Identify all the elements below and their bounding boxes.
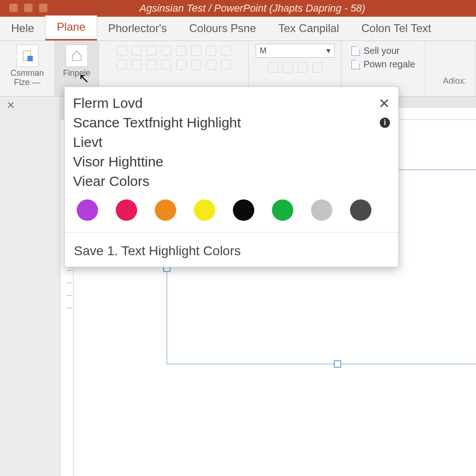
info-icon[interactable]: i: [380, 118, 390, 128]
document-icon: [351, 46, 360, 56]
color-swatch[interactable]: [116, 199, 137, 221]
color-swatch[interactable]: [350, 199, 371, 221]
highlight-popup: Flerm Lovd ✕ Scance Textfnight Highlight…: [64, 86, 399, 267]
tab-colours-psne[interactable]: Colours Psne: [178, 17, 267, 40]
qat-button[interactable]: [9, 4, 18, 12]
qat-button[interactable]: [39, 4, 47, 12]
chevron-down-icon: ▾: [326, 46, 331, 56]
popup-footer[interactable]: Save 1. Text Highlight Colors: [73, 239, 390, 261]
ribbon-link[interactable]: Sell your: [351, 46, 415, 56]
ribbon-tabs: HelePlanePhorlector'sColours PsneTex Can…: [0, 17, 476, 41]
ribbon-group-paste: Csmman Flze —: [0, 41, 55, 96]
group-label: Csmman Flze —: [7, 69, 48, 87]
popup-item[interactable]: Flerm Lovd: [73, 93, 143, 113]
popup-item[interactable]: Viear Colors: [73, 172, 390, 191]
color-swatch[interactable]: [311, 199, 332, 221]
popup-item[interactable]: Visor Highttine: [73, 152, 390, 172]
ribbon-group-end: Adiox:: [425, 41, 476, 96]
color-swatch[interactable]: [272, 199, 293, 221]
close-icon[interactable]: ✕: [7, 99, 15, 112]
tab-tex-canpilal[interactable]: Tex Canpilal: [267, 17, 350, 40]
paste-icon[interactable]: [16, 45, 39, 67]
title-bar: Agsinsian Test / PowerPoint (Jhapts Dapr…: [0, 0, 476, 17]
group-label: Finpele: [63, 69, 90, 78]
quick-access-toolbar: [9, 4, 47, 12]
document-icon: [351, 60, 360, 69]
group-end-label: Adiox:: [432, 76, 469, 86]
font-combo[interactable]: M ▾: [256, 44, 335, 58]
combo-value: M: [260, 46, 267, 56]
tab-hele[interactable]: Hele: [0, 17, 45, 40]
link-label: Pown regale: [364, 59, 415, 70]
ribbon-link[interactable]: Pown regale: [351, 59, 415, 70]
popup-item[interactable]: Lievt: [73, 132, 390, 152]
link-label: Sell your: [364, 46, 400, 56]
color-swatch[interactable]: [155, 199, 176, 221]
shape-home-icon[interactable]: [66, 45, 88, 67]
popup-item[interactable]: Scance Textfnight Highlight: [73, 113, 241, 132]
thumbnail-pane[interactable]: ✕: [0, 97, 60, 476]
close-icon[interactable]: ✕: [378, 95, 390, 112]
color-swatches: [73, 191, 390, 225]
color-swatch[interactable]: [77, 199, 98, 221]
svg-rect-1: [27, 56, 33, 61]
window-title: Agsinsian Test / PowerPoint (Jhapts Dapr…: [139, 2, 365, 14]
tab-phorlector-s[interactable]: Phorlector's: [97, 17, 178, 40]
color-swatch[interactable]: [194, 199, 215, 221]
resize-handle[interactable]: [334, 360, 341, 368]
color-swatch[interactable]: [233, 199, 254, 221]
tab-plane[interactable]: Plane: [45, 15, 97, 40]
tab-colon-tel-text[interactable]: Colon Tel Text: [350, 17, 443, 40]
qat-button[interactable]: [24, 4, 33, 12]
